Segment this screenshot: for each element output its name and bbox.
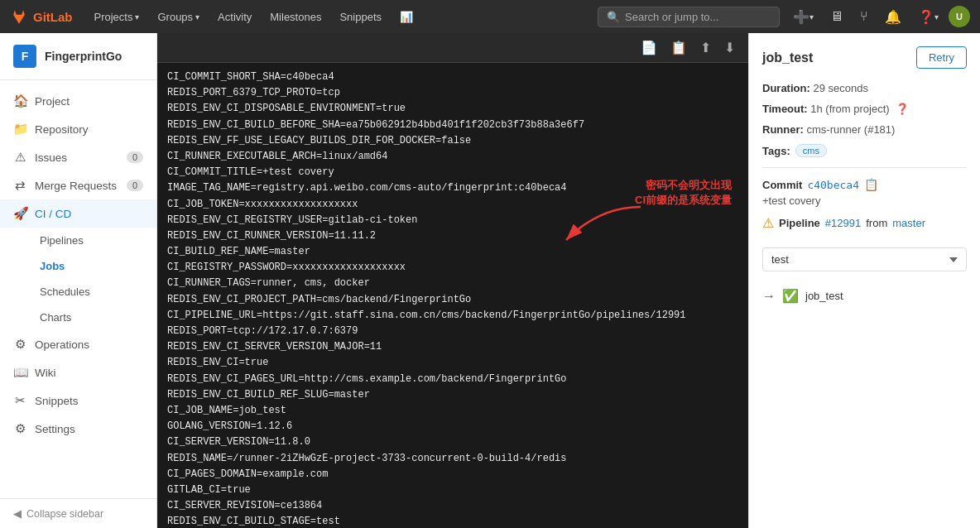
- sidebar-item-schedules[interactable]: Schedules: [26, 279, 156, 305]
- sidebar-item-label-issues: Issues: [35, 151, 67, 164]
- sidebar-item-label-repository: Repository: [35, 123, 89, 136]
- jobs-label: Jobs: [40, 260, 65, 272]
- create-new-button[interactable]: ➕▾: [786, 4, 820, 30]
- timeout-help-icon[interactable]: ❓: [896, 103, 909, 115]
- sidebar-item-cicd[interactable]: 🚀 CI / CD: [0, 199, 156, 228]
- log-scroll-bottom-icon[interactable]: ⬇: [721, 38, 738, 57]
- sidebar-item-label-settings: Settings: [35, 423, 75, 435]
- timeout-value: 1h (from project): [810, 103, 889, 115]
- log-copy-icon[interactable]: 📋: [667, 38, 690, 57]
- navbar-groups[interactable]: Groups ▾: [149, 6, 208, 28]
- runner-row: Runner: cms-runner (#181): [762, 123, 967, 136]
- search-placeholder: Search or jump to...: [625, 11, 718, 23]
- sidebar-item-label-mr: Merge Requests: [35, 180, 117, 192]
- mr-badge: 0: [127, 180, 143, 191]
- navbar-activity[interactable]: Activity: [209, 6, 260, 28]
- sidebar-item-label-wiki: Wiki: [35, 367, 56, 379]
- job-row: → ✅ job_test: [762, 288, 967, 304]
- right-panel-header: job_test Retry: [762, 46, 967, 69]
- sidebar-item-settings[interactable]: ⚙ Settings: [0, 415, 156, 443]
- job-arrow-icon: →: [762, 289, 776, 304]
- navbar-links: Projects ▾ Groups ▾ Activity Milestones …: [86, 6, 422, 28]
- pipeline-from-text: from: [866, 217, 887, 229]
- project-icon: 🏠: [13, 94, 26, 108]
- commit-label: Commit: [762, 179, 802, 191]
- main-layout: F FingerprintGo 🏠 Project 📁 Repository ⚠…: [0, 33, 980, 528]
- runner-value: cms-runner (#181): [806, 123, 895, 136]
- snippets-icon: ✂: [13, 393, 26, 408]
- merge-requests-icon: ⇄: [13, 178, 26, 193]
- groups-chevron-icon: ▾: [195, 12, 199, 22]
- commit-hash[interactable]: c40beca4: [807, 179, 859, 191]
- pipeline-branch-link[interactable]: master: [892, 217, 925, 229]
- retry-button[interactable]: Retry: [916, 46, 967, 69]
- schedules-label: Schedules: [40, 286, 90, 298]
- issues-badge: 0: [127, 151, 143, 163]
- sidebar-item-issues[interactable]: ⚠ Issues 0: [0, 143, 156, 171]
- user-avatar[interactable]: U: [949, 6, 970, 27]
- search-icon: 🔍: [607, 11, 620, 23]
- commit-row: Commit c40beca4 📋: [762, 178, 967, 191]
- collapse-sidebar-button[interactable]: ◀ Collapse sidebar: [0, 498, 156, 528]
- sidebar-item-pipelines[interactable]: Pipelines: [26, 228, 156, 253]
- cicd-icon: 🚀: [13, 206, 26, 221]
- sidebar-item-merge-requests[interactable]: ⇄ Merge Requests 0: [0, 171, 156, 199]
- navbar-brand-text: GitLab: [33, 10, 73, 24]
- sidebar-nav: 🏠 Project 📁 Repository ⚠ Issues 0 ⇄ Merg…: [0, 80, 156, 498]
- pipelines-label: Pipelines: [40, 234, 84, 247]
- help-icon-btn[interactable]: ❓▾: [911, 4, 945, 30]
- commit-message: +test covery: [762, 194, 967, 207]
- fork-icon-btn[interactable]: ⑂: [853, 4, 875, 29]
- job-name-label: job_test: [805, 290, 843, 302]
- timeout-row: Timeout: 1h (from project) ❓: [762, 103, 967, 115]
- sidebar-item-charts[interactable]: Charts: [26, 305, 156, 330]
- log-toolbar: 📄 📋 ⬆ ⬇: [157, 33, 748, 63]
- sidebar-project-header[interactable]: F FingerprintGo: [0, 33, 156, 80]
- navbar-milestones[interactable]: Milestones: [262, 6, 329, 28]
- monitor-icon-btn[interactable]: 🖥: [824, 4, 850, 29]
- sidebar-item-project[interactable]: 🏠 Project: [0, 87, 156, 115]
- log-raw-icon[interactable]: 📄: [637, 38, 661, 57]
- sidebar-item-operations[interactable]: ⚙ Operations: [0, 330, 156, 358]
- duration-label: Duration:: [762, 82, 810, 94]
- project-name: FingerprintGo: [45, 50, 122, 63]
- navbar-action-icons: ➕▾ 🖥 ⑂ 🔔 ❓▾ U: [786, 4, 970, 30]
- navbar-projects[interactable]: Projects ▾: [86, 6, 148, 28]
- duration-value: 29 seconds: [813, 82, 868, 94]
- navbar-snippets[interactable]: Snippets: [331, 6, 390, 28]
- operations-icon: ⚙: [13, 337, 26, 352]
- pipeline-label: Pipeline: [779, 217, 820, 229]
- sidebar-item-wiki[interactable]: 📖 Wiki: [0, 358, 156, 386]
- log-scroll-top-icon[interactable]: ⬆: [697, 38, 714, 57]
- sidebar-item-label-project: Project: [35, 95, 70, 108]
- pipeline-warning-icon: ⚠: [762, 215, 774, 231]
- sidebar-item-label-operations: Operations: [35, 338, 89, 351]
- issues-icon: ⚠: [13, 150, 26, 165]
- log-content: CI_COMMIT_SHORT_SHA=c40beca4 REDIS_PORT_…: [157, 63, 748, 528]
- collapse-icon: ◀: [13, 507, 22, 520]
- sidebar-item-jobs[interactable]: Jobs: [26, 253, 156, 279]
- timeout-label: Timeout:: [762, 103, 808, 115]
- copy-commit-icon[interactable]: 📋: [864, 178, 878, 191]
- collapse-label: Collapse sidebar: [26, 508, 103, 520]
- gitlab-logo[interactable]: GitLab: [10, 7, 73, 26]
- projects-chevron-icon: ▾: [135, 12, 139, 22]
- cicd-submenu: Pipelines Jobs Schedules Charts: [0, 228, 156, 330]
- duration-row: Duration: 29 seconds: [762, 82, 967, 94]
- panel-divider-1: [762, 167, 967, 168]
- navbar-stats[interactable]: 📊: [392, 6, 421, 28]
- repository-icon: 📁: [13, 122, 26, 137]
- wiki-icon: 📖: [13, 365, 26, 380]
- sidebar-item-repository[interactable]: 📁 Repository: [0, 115, 156, 143]
- top-navbar: GitLab Projects ▾ Groups ▾ Activity Mile…: [0, 0, 980, 33]
- search-box[interactable]: 🔍 Search or jump to...: [598, 7, 780, 27]
- project-avatar: F: [13, 45, 36, 68]
- pipeline-row: ⚠ Pipeline #12991 from master: [762, 215, 967, 231]
- job-title: job_test: [762, 50, 813, 65]
- sidebar-item-snippets[interactable]: ✂ Snippets: [0, 386, 156, 415]
- pipeline-number-link[interactable]: #12991: [825, 217, 861, 229]
- runner-label: Runner:: [762, 123, 804, 136]
- bell-icon-btn[interactable]: 🔔: [878, 4, 908, 30]
- log-area[interactable]: 📄 📋 ⬆ ⬇ CI_COMMIT_SHORT_SHA=c40beca4 RED…: [157, 33, 748, 528]
- stage-select[interactable]: test: [762, 247, 967, 271]
